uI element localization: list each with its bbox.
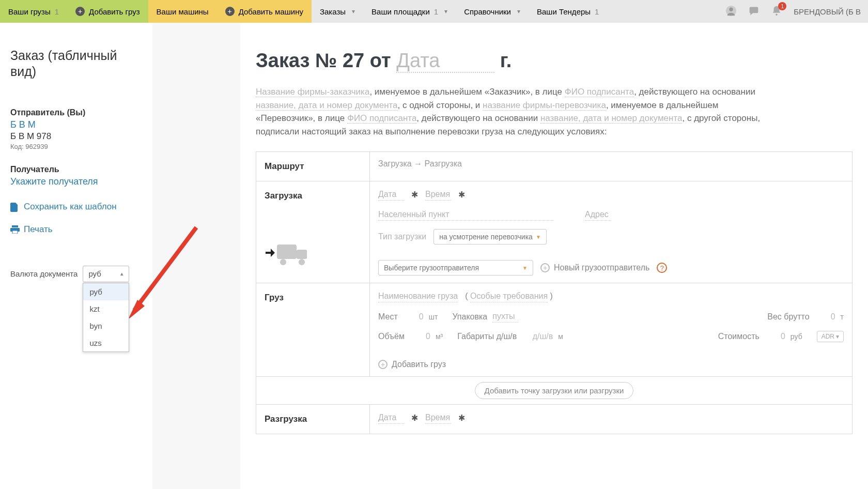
customer-basis-field[interactable]: название, дата и номер документа	[256, 100, 398, 111]
top-nav: Ваши грузы 1 + Добавить груз Ваши машины…	[0, 0, 868, 23]
plus-icon: +	[225, 7, 235, 16]
loadtype-select[interactable]: на усмотрение перевозчика ▼	[433, 229, 547, 244]
plus-icon: +	[75, 7, 85, 16]
chevron-down-icon: ▾	[517, 8, 520, 15]
gutter	[152, 23, 240, 489]
places-field[interactable]: 0	[403, 312, 424, 322]
print-button[interactable]: Печать	[10, 224, 142, 235]
file-icon	[10, 203, 19, 211]
currency-label: Валюта документа	[10, 269, 78, 278]
nav-add-vehicle-label: Добавить машину	[239, 7, 303, 16]
svg-point-8	[280, 259, 286, 265]
nav-cargo[interactable]: Ваши грузы 1	[0, 0, 67, 23]
add-point-button[interactable]: Добавить точку загрузки или разгрузки	[475, 382, 634, 399]
customer-name-field[interactable]: Название фирмы-заказчика	[256, 87, 369, 97]
notifications-icon[interactable]: 1	[771, 5, 782, 18]
nav-sites[interactable]: Ваши площадки 1 ▾	[363, 0, 456, 23]
order-table: Маршрут Загрузка → Разгрузка Загрузка Да…	[256, 151, 853, 434]
unloading-time-field[interactable]: Время	[425, 412, 451, 424]
volume-field[interactable]: 0	[410, 332, 430, 341]
cargo-label: Груз	[256, 283, 370, 376]
currency-option-byn[interactable]: byn	[83, 317, 129, 334]
triangle-down-icon: ▼	[522, 265, 528, 271]
receiver-label: Получатель	[10, 165, 142, 174]
triangle-down-icon: ▾	[836, 333, 839, 340]
svg-point-2	[776, 13, 778, 16]
sender-code: Код: 962939	[10, 143, 142, 150]
nav-cargo-label: Ваши грузы	[8, 7, 51, 16]
print-icon	[10, 225, 19, 234]
weight-field[interactable]: 0	[815, 312, 835, 322]
nav-orders[interactable]: Заказы▾	[312, 0, 363, 23]
gear-icon[interactable]: ✱	[411, 190, 418, 200]
chevron-down-icon: ▾	[444, 8, 447, 15]
account-icon[interactable]	[725, 5, 737, 18]
cost-field[interactable]: 0	[765, 332, 785, 341]
contract-text: Название фирмы-заказчика, именуемое в да…	[256, 85, 762, 138]
plus-icon: +	[540, 263, 550, 272]
loading-date-field[interactable]: Дата	[378, 189, 404, 201]
loading-address-field[interactable]: Адрес	[585, 209, 611, 221]
chat-icon[interactable]	[748, 6, 760, 18]
nav-add-vehicle[interactable]: + Добавить машину	[217, 0, 312, 23]
loading-time-field[interactable]: Время	[425, 189, 451, 201]
truck-loading-icon	[265, 240, 361, 270]
nav-add-cargo[interactable]: + Добавить груз	[67, 0, 148, 23]
new-shipper-button[interactable]: + Новый грузоотправитель	[540, 263, 649, 272]
sender-name[interactable]: Б В М	[10, 119, 142, 130]
add-cargo-button[interactable]: + Добавить груз	[378, 360, 844, 369]
route-value: Загрузка → Разгрузка	[378, 159, 844, 169]
sender-reg: Б В М 978	[10, 131, 142, 142]
route-label: Маршрут	[256, 152, 370, 181]
loading-label: Загрузка	[265, 191, 361, 201]
main-content: Заказ № 27 от Дата г. Название фирмы-зак…	[240, 23, 868, 489]
nav-vehicles-label: Ваши машины	[157, 7, 209, 16]
svg-rect-6	[277, 244, 297, 259]
svg-point-9	[299, 259, 305, 265]
customer-signer-field[interactable]: ФИО подписанта	[565, 87, 634, 97]
sender-label: Отправитель (Вы)	[10, 108, 142, 117]
help-icon[interactable]: ?	[657, 263, 667, 273]
nav-cargo-count: 1	[55, 7, 59, 16]
save-template-button[interactable]: Сохранить как шаблон	[10, 202, 142, 212]
gear-icon[interactable]: ✱	[458, 413, 465, 423]
order-title: Заказ № 27 от Дата г.	[256, 50, 853, 73]
svg-rect-3	[12, 225, 18, 227]
pack-field[interactable]: пухты	[492, 311, 518, 323]
carrier-signer-field[interactable]: ФИО подписанта	[347, 113, 416, 124]
currency-select[interactable]: руб ▴ руб kzt byn uzs	[83, 266, 129, 282]
currency-option-kzt[interactable]: kzt	[83, 300, 129, 317]
sidebar: Заказ (табличный вид) Отправитель (Вы) Б…	[0, 23, 152, 489]
gear-icon[interactable]: ✱	[411, 413, 418, 423]
nav-refs[interactable]: Справочники▾	[456, 0, 529, 23]
svg-rect-5	[12, 231, 18, 234]
gear-icon[interactable]: ✱	[458, 190, 465, 200]
chevron-up-icon: ▴	[120, 270, 123, 277]
currency-option-uzs[interactable]: uzs	[83, 334, 129, 352]
nav-add-cargo-label: Добавить груз	[89, 7, 140, 16]
currency-option-rub[interactable]: руб	[83, 283, 129, 300]
title-date-field[interactable]: Дата	[396, 50, 494, 73]
currency-dropdown: руб kzt byn uzs	[83, 283, 129, 352]
unloading-label: Разгрузка	[256, 405, 370, 434]
dims-field[interactable]: д/ш/в	[522, 332, 553, 341]
adr-button[interactable]: ADR▾	[817, 331, 844, 342]
notif-badge: 1	[778, 2, 786, 10]
carrier-name-field[interactable]: название фирмы-перевозчика	[483, 100, 606, 111]
unloading-date-field[interactable]: Дата	[378, 412, 404, 424]
loading-city-field[interactable]: Населенный пункт	[378, 209, 554, 221]
svg-point-1	[730, 7, 733, 11]
receiver-link[interactable]: Укажите получателя	[10, 176, 142, 187]
chevron-down-icon: ▾	[352, 8, 355, 15]
carrier-basis-field[interactable]: название, дата и номер документа	[540, 113, 683, 124]
page-title: Заказ (табличный вид)	[10, 48, 142, 80]
nav-tenders[interactable]: Ваши Тендеры 1	[529, 0, 607, 23]
loadtype-label: Тип загрузки	[378, 231, 426, 242]
special-req-field[interactable]: Особые требования	[470, 291, 548, 302]
nav-vehicles[interactable]: Ваши машины	[148, 0, 217, 23]
shipper-select[interactable]: Выберите грузоотправителя ▼	[378, 260, 533, 276]
svg-rect-7	[297, 250, 307, 259]
cargo-name-field[interactable]: Наименование груза	[378, 291, 458, 302]
triangle-down-icon: ▼	[536, 234, 541, 240]
user-name[interactable]: БРЕНДОВЫЙ (Б В	[794, 7, 861, 16]
